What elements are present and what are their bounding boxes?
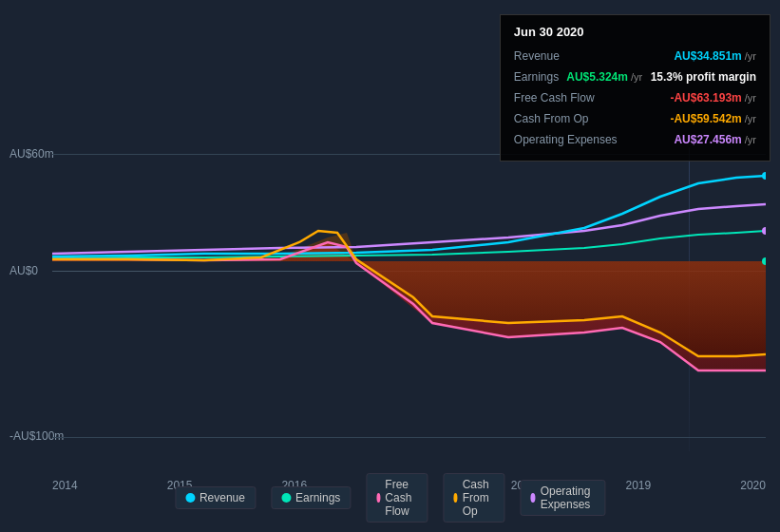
legend-item-cfop[interactable]: Cash From Op (443, 473, 504, 522)
tooltip: Jun 30 2020 Revenue AU$34.851m/yr Earnin… (500, 14, 770, 162)
tooltip-row-fcf: Free Cash Flow -AU$63.193m/yr (514, 88, 756, 105)
legend-item-revenue[interactable]: Revenue (175, 486, 256, 509)
legend-dot-opex (530, 493, 535, 503)
chart-container: AU$60m AU$0 -AU$100m (0, 0, 780, 532)
tooltip-value-revenue: AU$34.851m (674, 49, 741, 63)
x-label-2019: 2019 (626, 479, 652, 492)
tooltip-value-earnings: AU$5.324m (566, 70, 628, 84)
tooltip-label-opex: Operating Expenses (514, 133, 618, 146)
tooltip-row-opex: Operating Expenses AU$27.456m/yr (514, 130, 756, 147)
tooltip-label-fcf: Free Cash Flow (514, 91, 595, 104)
tooltip-row-revenue: Revenue AU$34.851m/yr (514, 47, 756, 64)
op-expenses-line (52, 204, 766, 254)
legend-dot-cfop (453, 493, 457, 503)
tooltip-row-earnings: Earnings AU$5.324m/yr 15.3% profit margi… (514, 67, 756, 85)
legend-dot-earnings (281, 493, 291, 503)
tooltip-margin: 15.3% profit margin (651, 70, 756, 84)
tooltip-row-cfop: Cash From Op -AU$59.542m/yr (514, 109, 756, 126)
legend-label-cfop: Cash From Op (463, 478, 495, 518)
opex-dot (762, 227, 766, 235)
legend-label-opex: Operating Expenses (541, 484, 595, 511)
y-label-top: AU$60m (10, 147, 54, 161)
legend-item-opex[interactable]: Operating Expenses (520, 480, 605, 516)
revenue-dot (762, 172, 766, 180)
x-label-2014: 2014 (52, 479, 78, 492)
chart-svg (52, 147, 766, 451)
legend-dot-fcf (376, 493, 380, 503)
y-label-middle: AU$0 (10, 264, 38, 277)
legend-dot-revenue (185, 493, 195, 503)
tooltip-value-opex: AU$27.456m (674, 133, 741, 146)
tooltip-value-fcf: -AU$63.193m (670, 91, 741, 104)
legend-item-earnings[interactable]: Earnings (271, 486, 351, 509)
legend-label-fcf: Free Cash Flow (385, 478, 417, 518)
legend: Revenue Earnings Free Cash Flow Cash Fro… (175, 473, 605, 522)
legend-label-earnings: Earnings (295, 491, 340, 504)
legend-item-fcf[interactable]: Free Cash Flow (366, 473, 428, 522)
tooltip-date: Jun 30 2020 (514, 25, 756, 39)
x-label-2020: 2020 (740, 479, 766, 492)
legend-label-revenue: Revenue (200, 491, 245, 504)
tooltip-label-earnings: Earnings (514, 70, 559, 84)
tooltip-label-cfop: Cash From Op (514, 112, 589, 125)
tooltip-label-revenue: Revenue (514, 49, 560, 63)
tooltip-value-cfop: -AU$59.542m (670, 112, 741, 125)
